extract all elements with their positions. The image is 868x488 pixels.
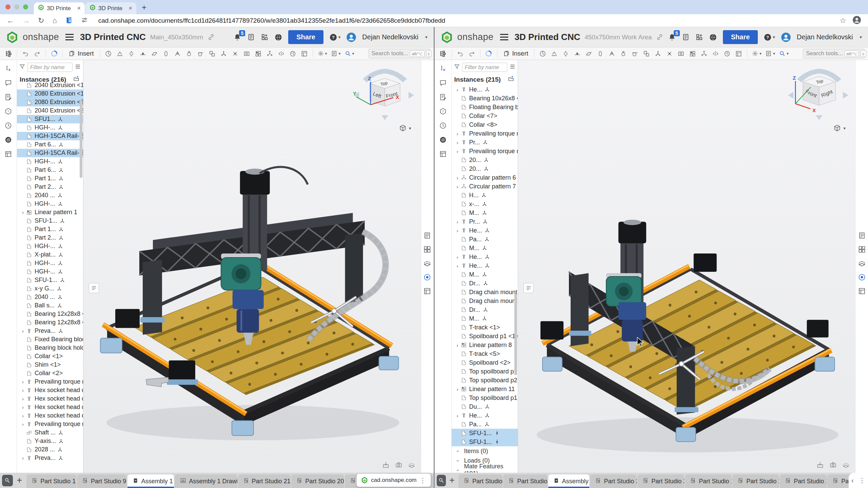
sheet-panel-icon[interactable] bbox=[423, 231, 431, 241]
tab-scroll-left-icon[interactable]: ‹ bbox=[851, 476, 854, 484]
search-tools-input[interactable]: Search tools... alt/⌥c bbox=[369, 49, 430, 58]
forward-icon[interactable]: → bbox=[22, 16, 30, 25]
reading-list-icon[interactable] bbox=[65, 16, 73, 25]
panel-scrollbar[interactable] bbox=[80, 100, 82, 178]
back-icon[interactable]: ← bbox=[7, 16, 14, 25]
pinslot-tool-icon[interactable] bbox=[607, 49, 617, 59]
connector-tool-icon[interactable] bbox=[218, 49, 229, 59]
assembly-settings-dropdown[interactable]: ▾ bbox=[316, 49, 329, 59]
appearance-panel-icon[interactable] bbox=[423, 273, 431, 283]
bom-panel-icon[interactable] bbox=[423, 287, 431, 297]
minimize-window-icon[interactable] bbox=[14, 4, 19, 9]
instance-row[interactable]: ›2040 ... bbox=[17, 293, 83, 301]
tasks-button[interactable] bbox=[682, 33, 690, 41]
snapshot-icon[interactable] bbox=[395, 461, 402, 470]
linpat-tool-icon[interactable] bbox=[253, 49, 263, 59]
community-globe-icon[interactable] bbox=[274, 33, 282, 41]
mirror-tool-icon[interactable] bbox=[710, 49, 721, 59]
assembly-settings-dropdown[interactable]: ▾ bbox=[750, 49, 763, 59]
notes-panel-icon[interactable] bbox=[4, 93, 12, 102]
ballM-tool-icon[interactable] bbox=[618, 49, 629, 59]
instance-row[interactable]: ›Prevailing torque n... bbox=[452, 147, 518, 156]
document-tab[interactable]: Assembly 1 Drawing 1 bbox=[175, 474, 237, 488]
instance-row[interactable]: ›Collar <8> bbox=[452, 120, 518, 129]
instance-row[interactable]: ›Dr... bbox=[452, 279, 518, 288]
instance-row[interactable]: ›M... bbox=[452, 270, 518, 279]
instance-row[interactable]: ›Prevailing torque n... bbox=[452, 129, 518, 138]
instance-row[interactable]: ›He... bbox=[452, 85, 518, 94]
document-tab[interactable]: Part Studio 1 bbox=[26, 474, 76, 488]
expand-chevron-icon[interactable]: › bbox=[454, 263, 461, 269]
instance-row[interactable]: ›20... bbox=[452, 164, 518, 173]
cluster-panel-icon[interactable] bbox=[858, 245, 866, 255]
new-document-tab-button[interactable]: + bbox=[14, 475, 25, 486]
cluster-panel-icon[interactable] bbox=[423, 245, 431, 255]
instance-row[interactable]: ›Collar <1> bbox=[17, 352, 83, 361]
expand-chevron-icon[interactable]: › bbox=[20, 209, 26, 215]
notifications-button[interactable]: 5 bbox=[233, 33, 241, 41]
filter-input[interactable] bbox=[27, 63, 73, 72]
sync-status-icon[interactable] bbox=[484, 49, 494, 59]
instance-row[interactable]: ›Linear pattern 1 bbox=[17, 208, 83, 217]
filter-input[interactable] bbox=[462, 63, 507, 72]
app-store-button[interactable] bbox=[261, 33, 269, 41]
bomtool-tool-icon[interactable] bbox=[299, 49, 310, 59]
collapse-chevron-icon[interactable]: › bbox=[455, 448, 461, 454]
macos-window-controls[interactable] bbox=[5, 4, 28, 9]
panel-expand-handle[interactable] bbox=[89, 283, 99, 293]
expand-chevron-icon[interactable]: › bbox=[20, 404, 26, 410]
status-more-icon[interactable]: ⋮ bbox=[420, 476, 426, 484]
spotlight-dropdown[interactable]: ▾ bbox=[777, 49, 790, 59]
search-tools-input[interactable]: Search tools... alt/⌥c bbox=[803, 49, 865, 58]
new-browser-tab-button[interactable]: + bbox=[142, 3, 146, 12]
perspective-grid-icon[interactable] bbox=[408, 461, 415, 470]
expand-chevron-icon[interactable]: › bbox=[20, 328, 26, 334]
instance-row[interactable]: ›Hex socket head ca... bbox=[17, 411, 83, 420]
expand-chevron-icon[interactable]: › bbox=[20, 396, 26, 402]
instance-row[interactable]: ›2040 ... bbox=[17, 191, 83, 200]
user-avatar[interactable] bbox=[781, 32, 791, 42]
display-settings-dropdown[interactable]: ▾ bbox=[764, 49, 776, 59]
instance-row[interactable]: ›Dr... bbox=[452, 305, 518, 314]
app-store-button[interactable] bbox=[695, 33, 703, 41]
instance-row[interactable]: ›HGH-15CA Rail- 60... bbox=[17, 149, 83, 157]
bom-panel-icon[interactable] bbox=[4, 150, 12, 159]
main-menu-icon[interactable] bbox=[65, 37, 74, 38]
instance-row[interactable]: ›20... bbox=[452, 156, 518, 164]
share-button[interactable]: Share bbox=[288, 30, 323, 44]
instance-row[interactable]: ›Circular pattern 6 bbox=[452, 173, 518, 182]
gridcube-panel-icon[interactable] bbox=[423, 259, 431, 269]
document-tab[interactable]: Part Studio 20 bbox=[291, 474, 344, 488]
redo-button[interactable] bbox=[32, 49, 42, 59]
view-mode-button[interactable]: ▾ bbox=[833, 124, 846, 133]
document-tab[interactable]: Assembly 1 bbox=[548, 474, 590, 488]
bom-panel-icon[interactable] bbox=[439, 150, 447, 159]
view-cube[interactable]: Top Front Right Z X bbox=[785, 65, 850, 122]
instance-row[interactable]: ›Preva... bbox=[17, 454, 83, 462]
cylindrical-tool-icon[interactable] bbox=[595, 49, 606, 59]
expand-chevron-icon[interactable]: › bbox=[454, 342, 461, 348]
insert-folder-icon[interactable] bbox=[508, 75, 514, 84]
document-tab[interactable]: Part Studio 20 bbox=[637, 474, 684, 488]
instance-row[interactable]: ›Collar <2> bbox=[17, 369, 83, 378]
instance-row[interactable]: ›Pa... bbox=[452, 235, 518, 244]
share-button[interactable]: Share bbox=[723, 30, 758, 44]
site-settings-icon[interactable] bbox=[81, 16, 88, 25]
instance-row[interactable]: ›HGH-15CA Rail- 60... bbox=[17, 132, 83, 140]
orient-tool-icon[interactable] bbox=[537, 49, 548, 59]
instance-row[interactable]: ›He... bbox=[452, 261, 518, 270]
onshape-logo-icon[interactable] bbox=[6, 31, 18, 43]
home-icon[interactable]: ⌂ bbox=[52, 16, 57, 25]
snapshot-icon[interactable] bbox=[829, 461, 837, 470]
expand-chevron-icon[interactable]: › bbox=[454, 131, 461, 137]
instance-row[interactable]: ›Part 6... bbox=[17, 166, 83, 174]
user-menu-caret-icon[interactable]: ▾ bbox=[860, 35, 862, 40]
instance-row[interactable]: ›HGH-... bbox=[17, 267, 83, 276]
instance-row[interactable]: ›Shaft ... bbox=[17, 428, 83, 437]
browser-profile-avatar[interactable] bbox=[852, 16, 861, 26]
instance-row[interactable]: ›SFU1... bbox=[17, 115, 83, 123]
tab-menu-icon[interactable]: ⋮ bbox=[859, 476, 865, 484]
instance-row[interactable]: ›M... bbox=[452, 208, 518, 217]
instance-row[interactable]: ›Fixed Bearing block... bbox=[17, 335, 83, 344]
document-tab[interactable]: Part Studio 21 bbox=[590, 474, 637, 488]
